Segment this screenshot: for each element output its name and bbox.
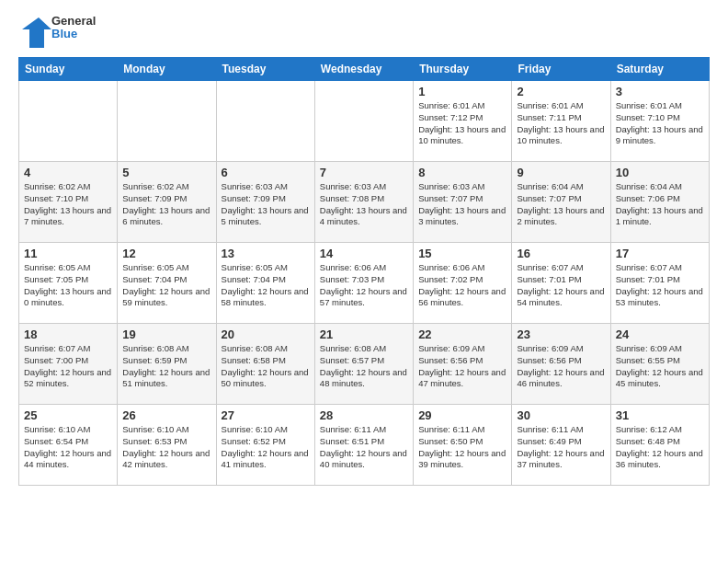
cell-content: Sunrise: 6:09 AMSunset: 6:55 PMDaylight:… bbox=[616, 343, 704, 390]
cell-content: Sunrise: 6:07 AMSunset: 7:01 PMDaylight:… bbox=[616, 262, 704, 309]
calendar-cell: 13Sunrise: 6:05 AMSunset: 7:04 PMDayligh… bbox=[216, 243, 314, 324]
calendar-week-row: 11Sunrise: 6:05 AMSunset: 7:05 PMDayligh… bbox=[19, 243, 710, 324]
calendar-cell: 5Sunrise: 6:02 AMSunset: 7:09 PMDaylight… bbox=[118, 162, 216, 243]
logo-svg bbox=[18, 15, 51, 48]
weekday-header: Thursday bbox=[414, 58, 512, 81]
cell-content: Sunrise: 6:03 AMSunset: 7:07 PMDaylight:… bbox=[418, 181, 506, 228]
day-number: 2 bbox=[517, 85, 605, 98]
day-number: 31 bbox=[616, 408, 704, 422]
calendar-week-row: 18Sunrise: 6:07 AMSunset: 7:00 PMDayligh… bbox=[19, 324, 710, 405]
weekday-header-row: SundayMondayTuesdayWednesdayThursdayFrid… bbox=[19, 58, 710, 81]
day-number: 17 bbox=[616, 247, 704, 260]
weekday-header: Monday bbox=[118, 58, 216, 81]
day-number: 25 bbox=[24, 408, 112, 422]
logo-blue: Blue bbox=[51, 28, 96, 40]
cell-content: Sunrise: 6:08 AMSunset: 6:58 PMDaylight:… bbox=[222, 343, 310, 390]
cell-content: Sunrise: 6:05 AMSunset: 7:05 PMDaylight:… bbox=[24, 262, 112, 309]
day-number: 30 bbox=[517, 408, 605, 422]
calendar-cell: 23Sunrise: 6:09 AMSunset: 6:56 PMDayligh… bbox=[512, 324, 610, 405]
cell-content: Sunrise: 6:08 AMSunset: 6:57 PMDaylight:… bbox=[320, 343, 408, 390]
day-number: 26 bbox=[122, 408, 210, 422]
calendar-cell bbox=[314, 81, 413, 162]
calendar-cell: 11Sunrise: 6:05 AMSunset: 7:05 PMDayligh… bbox=[19, 243, 118, 324]
calendar-cell: 22Sunrise: 6:09 AMSunset: 6:56 PMDayligh… bbox=[414, 324, 512, 405]
calendar-cell: 19Sunrise: 6:08 AMSunset: 6:59 PMDayligh… bbox=[118, 324, 216, 405]
calendar-cell: 15Sunrise: 6:06 AMSunset: 7:02 PMDayligh… bbox=[414, 243, 512, 324]
cell-content: Sunrise: 6:02 AMSunset: 7:09 PMDaylight:… bbox=[122, 181, 210, 228]
calendar-cell: 8Sunrise: 6:03 AMSunset: 7:07 PMDaylight… bbox=[414, 162, 512, 243]
logo: General Blue bbox=[18, 15, 96, 48]
calendar-week-row: 1Sunrise: 6:01 AMSunset: 7:12 PMDaylight… bbox=[19, 81, 710, 162]
calendar-cell: 29Sunrise: 6:11 AMSunset: 6:50 PMDayligh… bbox=[414, 405, 512, 486]
weekday-header: Friday bbox=[512, 58, 610, 81]
cell-content: Sunrise: 6:09 AMSunset: 6:56 PMDaylight:… bbox=[418, 343, 506, 390]
page: General Blue SundayMondayTuesdayWednesda… bbox=[0, 0, 728, 495]
calendar-cell bbox=[19, 81, 118, 162]
day-number: 7 bbox=[320, 166, 408, 179]
day-number: 20 bbox=[222, 327, 310, 341]
calendar-cell: 7Sunrise: 6:03 AMSunset: 7:08 PMDaylight… bbox=[314, 162, 413, 243]
calendar-cell: 4Sunrise: 6:02 AMSunset: 7:10 PMDaylight… bbox=[19, 162, 118, 243]
cell-content: Sunrise: 6:10 AMSunset: 6:53 PMDaylight:… bbox=[122, 424, 210, 471]
logo-general: General bbox=[51, 15, 96, 28]
calendar-cell: 30Sunrise: 6:11 AMSunset: 6:49 PMDayligh… bbox=[512, 405, 610, 486]
calendar-cell: 3Sunrise: 6:01 AMSunset: 7:10 PMDaylight… bbox=[610, 81, 709, 162]
calendar-cell: 21Sunrise: 6:08 AMSunset: 6:57 PMDayligh… bbox=[314, 324, 413, 405]
weekday-header: Saturday bbox=[610, 58, 709, 81]
cell-content: Sunrise: 6:06 AMSunset: 7:02 PMDaylight:… bbox=[418, 262, 506, 309]
day-number: 12 bbox=[122, 247, 210, 260]
day-number: 16 bbox=[517, 247, 605, 260]
cell-content: Sunrise: 6:06 AMSunset: 7:03 PMDaylight:… bbox=[320, 262, 408, 309]
cell-content: Sunrise: 6:07 AMSunset: 7:01 PMDaylight:… bbox=[517, 262, 605, 309]
weekday-header: Sunday bbox=[19, 58, 118, 81]
calendar-cell: 31Sunrise: 6:12 AMSunset: 6:48 PMDayligh… bbox=[610, 405, 709, 486]
cell-content: Sunrise: 6:01 AMSunset: 7:10 PMDaylight:… bbox=[616, 100, 704, 147]
calendar-cell: 2Sunrise: 6:01 AMSunset: 7:11 PMDaylight… bbox=[512, 81, 610, 162]
calendar-cell: 6Sunrise: 6:03 AMSunset: 7:09 PMDaylight… bbox=[216, 162, 314, 243]
day-number: 29 bbox=[418, 408, 506, 422]
calendar-cell: 27Sunrise: 6:10 AMSunset: 6:52 PMDayligh… bbox=[216, 405, 314, 486]
day-number: 18 bbox=[24, 327, 112, 341]
calendar-cell: 16Sunrise: 6:07 AMSunset: 7:01 PMDayligh… bbox=[512, 243, 610, 324]
day-number: 22 bbox=[418, 327, 506, 341]
day-number: 11 bbox=[24, 247, 112, 260]
cell-content: Sunrise: 6:10 AMSunset: 6:54 PMDaylight:… bbox=[24, 424, 112, 471]
day-number: 19 bbox=[122, 327, 210, 341]
day-number: 6 bbox=[222, 166, 310, 179]
cell-content: Sunrise: 6:08 AMSunset: 6:59 PMDaylight:… bbox=[122, 343, 210, 390]
day-number: 15 bbox=[418, 247, 506, 260]
day-number: 21 bbox=[320, 327, 408, 341]
cell-content: Sunrise: 6:05 AMSunset: 7:04 PMDaylight:… bbox=[222, 262, 310, 309]
calendar-cell bbox=[118, 81, 216, 162]
calendar-cell: 14Sunrise: 6:06 AMSunset: 7:03 PMDayligh… bbox=[314, 243, 413, 324]
day-number: 13 bbox=[222, 247, 310, 260]
calendar-cell: 12Sunrise: 6:05 AMSunset: 7:04 PMDayligh… bbox=[118, 243, 216, 324]
calendar-table: SundayMondayTuesdayWednesdayThursdayFrid… bbox=[18, 57, 710, 486]
day-number: 3 bbox=[616, 85, 704, 98]
calendar-week-row: 4Sunrise: 6:02 AMSunset: 7:10 PMDaylight… bbox=[19, 162, 710, 243]
calendar-cell: 18Sunrise: 6:07 AMSunset: 7:00 PMDayligh… bbox=[19, 324, 118, 405]
calendar-cell: 24Sunrise: 6:09 AMSunset: 6:55 PMDayligh… bbox=[610, 324, 709, 405]
cell-content: Sunrise: 6:03 AMSunset: 7:08 PMDaylight:… bbox=[320, 181, 408, 228]
cell-content: Sunrise: 6:10 AMSunset: 6:52 PMDaylight:… bbox=[222, 424, 310, 471]
cell-content: Sunrise: 6:07 AMSunset: 7:00 PMDaylight:… bbox=[24, 343, 112, 390]
day-number: 4 bbox=[24, 166, 112, 179]
calendar-cell: 28Sunrise: 6:11 AMSunset: 6:51 PMDayligh… bbox=[314, 405, 413, 486]
day-number: 5 bbox=[122, 166, 210, 179]
day-number: 1 bbox=[418, 85, 506, 98]
cell-content: Sunrise: 6:04 AMSunset: 7:07 PMDaylight:… bbox=[517, 181, 605, 228]
logo-text-wrap: General Blue bbox=[51, 15, 96, 41]
day-number: 10 bbox=[616, 166, 704, 179]
calendar-cell: 26Sunrise: 6:10 AMSunset: 6:53 PMDayligh… bbox=[118, 405, 216, 486]
cell-content: Sunrise: 6:03 AMSunset: 7:09 PMDaylight:… bbox=[222, 181, 310, 228]
cell-content: Sunrise: 6:09 AMSunset: 6:56 PMDaylight:… bbox=[517, 343, 605, 390]
calendar-cell: 9Sunrise: 6:04 AMSunset: 7:07 PMDaylight… bbox=[512, 162, 610, 243]
day-number: 14 bbox=[320, 247, 408, 260]
calendar-cell: 25Sunrise: 6:10 AMSunset: 6:54 PMDayligh… bbox=[19, 405, 118, 486]
svg-marker-0 bbox=[22, 17, 51, 48]
cell-content: Sunrise: 6:11 AMSunset: 6:50 PMDaylight:… bbox=[418, 424, 506, 471]
header: General Blue bbox=[18, 15, 710, 48]
cell-content: Sunrise: 6:11 AMSunset: 6:51 PMDaylight:… bbox=[320, 424, 408, 471]
cell-content: Sunrise: 6:01 AMSunset: 7:11 PMDaylight:… bbox=[517, 100, 605, 147]
day-number: 27 bbox=[222, 408, 310, 422]
